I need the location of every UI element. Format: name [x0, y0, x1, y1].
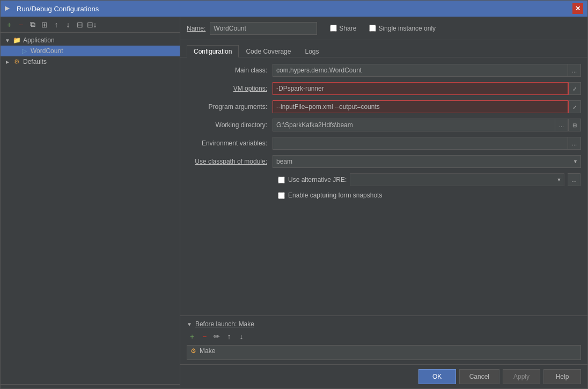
tabs-bar: Configuration Code Coverage Logs: [180, 40, 587, 57]
apply-button[interactable]: Apply: [503, 369, 540, 384]
snapshots-label: Enable capturing form snapshots: [288, 192, 382, 199]
tree-item-defaults[interactable]: ► ⚙ Defaults: [1, 56, 180, 67]
working-dir-folder-button[interactable]: ⊟: [568, 119, 581, 131]
before-launch-collapse-arrow[interactable]: ▼: [187, 321, 192, 327]
make-label: Make: [200, 347, 215, 355]
wordcount-label: WordCount: [31, 47, 63, 55]
sort-button[interactable]: ⊟↓: [86, 19, 97, 30]
tree-arrow-defaults: ►: [5, 59, 12, 65]
single-instance-checkbox[interactable]: [369, 25, 376, 32]
wordcount-icon: ▷: [20, 47, 28, 55]
before-launch-list: ⚙ Make: [187, 345, 581, 360]
alt-jre-row: Use alternative JRE: …: [187, 173, 581, 186]
single-instance-label: Single instance only: [378, 25, 436, 32]
program-args-row: Program arguments: ⤢: [187, 100, 581, 113]
vm-options-label: VM options:: [187, 85, 273, 92]
defaults-label: Defaults: [23, 58, 47, 65]
help-button[interactable]: Help: [543, 369, 581, 384]
make-icon: ⚙: [190, 347, 196, 355]
move-into-button[interactable]: ⊞: [39, 19, 50, 30]
alt-jre-label: Use alternative JRE:: [288, 176, 347, 184]
left-panel: + − ⧉ ⊞ ↑ ↓ ⊟ ⊟↓ ▼ 📁 Application: [1, 17, 180, 388]
main-class-input[interactable]: [273, 64, 568, 77]
add-config-button[interactable]: +: [4, 19, 14, 30]
classpath-label: Use classpath of module:: [187, 158, 273, 165]
alt-jre-select-wrapper: [350, 173, 564, 186]
working-dir-input[interactable]: [273, 119, 555, 131]
main-class-label: Main class:: [187, 67, 273, 74]
make-item[interactable]: ⚙ Make: [187, 346, 580, 356]
remove-config-button[interactable]: −: [16, 19, 26, 30]
program-args-label: Program arguments:: [187, 103, 273, 111]
before-launch-section: ▼ Before launch: Make + − ✏ ↑ ↓ ⚙ Make: [180, 315, 587, 364]
alt-jre-browse-button[interactable]: …: [568, 173, 580, 186]
working-dir-browse-button[interactable]: …: [555, 119, 568, 131]
tab-logs[interactable]: Logs: [298, 45, 326, 57]
tab-configuration[interactable]: Configuration: [187, 45, 239, 57]
before-launch-toolbar: + − ✏ ↑ ↓: [187, 331, 581, 342]
launch-up-button[interactable]: ↑: [224, 331, 234, 342]
dialog-title: Run/Debug Configurations: [17, 5, 99, 13]
working-dir-label: Working directory:: [187, 121, 273, 129]
main-class-row: Main class: …: [187, 64, 581, 77]
env-vars-row: Environment variables: …: [187, 137, 581, 150]
launch-down-button[interactable]: ↓: [236, 331, 247, 342]
copy-config-button[interactable]: ⧉: [27, 19, 38, 30]
tab-code-coverage[interactable]: Code Coverage: [239, 45, 298, 57]
main-content: + − ⧉ ⊞ ↑ ↓ ⊟ ⊟↓ ▼ 📁 Application: [1, 17, 587, 388]
share-label: Share: [339, 25, 356, 32]
bottom-bar: OK Cancel Apply Help: [180, 364, 587, 388]
config-tree: ▼ 📁 Application ▷ WordCount ► ⚙ Defaults: [1, 33, 180, 384]
move-down-button[interactable]: ↓: [63, 19, 74, 30]
alt-jre-checkbox[interactable]: [278, 177, 285, 184]
snapshots-checkbox[interactable]: [278, 192, 285, 199]
launch-remove-button[interactable]: −: [199, 331, 210, 342]
run-debug-dialog: ▶ Run/Debug Configurations ✕ + − ⧉ ⊞ ↑ ↓…: [0, 0, 588, 389]
before-launch-title: Before launch: Make: [195, 320, 254, 328]
single-instance-group: Single instance only: [369, 25, 436, 32]
name-input[interactable]: [210, 22, 317, 35]
vm-options-expand-button[interactable]: ⤢: [568, 82, 581, 95]
env-vars-input[interactable]: [273, 137, 568, 150]
cancel-button[interactable]: Cancel: [459, 369, 499, 384]
right-header: Name: Share Single instance only: [180, 17, 587, 40]
classpath-select-wrapper: beam: [273, 155, 581, 168]
vm-options-row: VM options: ⤢: [187, 82, 581, 95]
left-panel-bottom: [1, 384, 180, 388]
name-label: Name:: [187, 25, 205, 32]
working-dir-row: Working directory: … ⊟: [187, 119, 581, 131]
launch-add-button[interactable]: +: [187, 331, 197, 342]
before-launch-header: ▼ Before launch: Make: [187, 320, 581, 328]
share-checkbox[interactable]: [330, 25, 337, 32]
program-args-input[interactable]: [273, 100, 568, 113]
launch-edit-button[interactable]: ✏: [211, 331, 222, 342]
alt-jre-select[interactable]: [350, 173, 564, 186]
right-panel: Name: Share Single instance only Configu…: [180, 17, 587, 388]
title-bar-left: ▶ Run/Debug Configurations: [5, 4, 99, 13]
left-toolbar: + − ⧉ ⊞ ↑ ↓ ⊟ ⊟↓: [1, 17, 180, 33]
classpath-row: Use classpath of module: beam: [187, 155, 581, 168]
close-button[interactable]: ✕: [572, 3, 583, 14]
share-group: Share: [330, 25, 356, 32]
env-vars-label: Environment variables:: [187, 140, 273, 147]
vm-options-input[interactable]: [273, 82, 568, 95]
title-bar: ▶ Run/Debug Configurations ✕: [1, 1, 587, 17]
main-class-browse-button[interactable]: …: [568, 64, 581, 77]
classpath-select[interactable]: beam: [273, 155, 581, 168]
tree-arrow-application: ▼: [5, 38, 12, 43]
folder-button[interactable]: ⊟: [75, 19, 85, 30]
dialog-icon: ▶: [5, 4, 13, 13]
config-area: Main class: … VM options: ⤢ Program argu…: [180, 57, 587, 315]
tree-item-application[interactable]: ▼ 📁 Application: [1, 35, 180, 46]
tree-item-wordcount[interactable]: ▷ WordCount: [1, 46, 180, 56]
application-label: Application: [23, 36, 55, 44]
env-vars-browse-button[interactable]: …: [568, 137, 581, 150]
snapshots-row: Enable capturing form snapshots: [187, 192, 581, 199]
ok-button[interactable]: OK: [418, 369, 456, 384]
move-up-button[interactable]: ↑: [51, 19, 62, 30]
application-icon: 📁: [12, 36, 21, 45]
program-args-expand-button[interactable]: ⤢: [568, 100, 581, 113]
defaults-icon: ⚙: [12, 57, 21, 66]
